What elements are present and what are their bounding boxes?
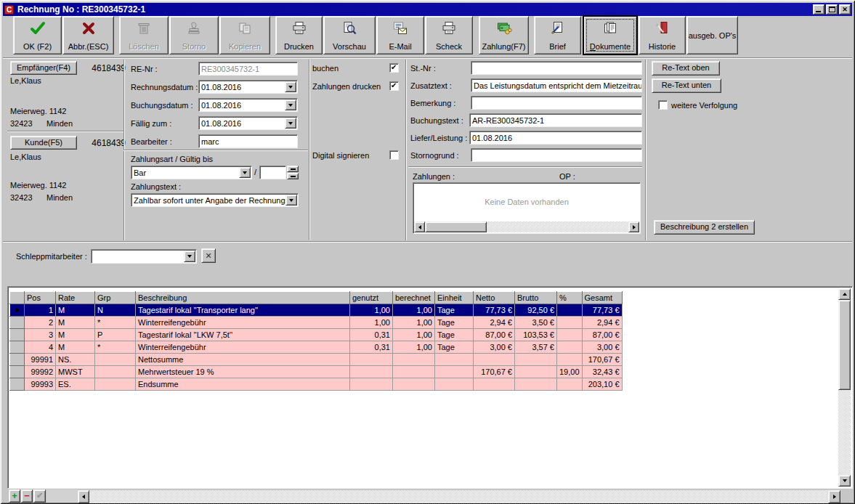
spinner-up-icon[interactable] [287,166,299,172]
table-vertical-scrollbar[interactable] [838,288,851,487]
cell-rate[interactable]: M [56,317,95,329]
cell-beschreibung[interactable]: Tagestarif lokal ''LKW 7,5t'' [136,329,350,341]
cell-pos[interactable]: 99993 [25,378,56,391]
cell-grp[interactable]: * [95,341,136,354]
delete-row-button[interactable]: − [21,489,33,503]
cell-einheit[interactable]: Tage [435,341,474,354]
table-row[interactable]: 99991NS.Nettosumme170,67 € [10,354,623,366]
cell-pct[interactable] [557,341,583,354]
cell-pos[interactable]: 2 [25,317,56,329]
cell-rate[interactable]: ES. [56,378,95,391]
chevron-down-icon[interactable] [184,251,195,262]
cell-brutto[interactable]: 3,50 € [515,317,557,329]
cell-grp[interactable] [95,366,136,378]
row-selector[interactable] [10,341,25,354]
scrollbar-thumb[interactable] [838,300,851,390]
cell-netto[interactable]: 77,73 € [474,304,515,317]
cell-pos[interactable]: 99992 [25,366,56,378]
cell-pos[interactable]: 4 [25,341,56,354]
liefer-leistung-field[interactable]: 01.08.2016 [469,131,642,145]
cell-gesamt[interactable]: 3,00 € [582,341,622,354]
cell-brutto[interactable]: 3,57 € [515,341,557,354]
cell-gesamt[interactable]: 77,73 € [582,304,622,317]
table-row[interactable]: 2M*Winterreifengebühr1,001,00Tage2,94 €3… [10,317,623,329]
cell-beschreibung[interactable]: Tagestarif lokal ''Transporter lang'' [136,304,350,317]
rechnungsdatum-combo[interactable]: 01.08.2016 [198,80,298,94]
cell-grp[interactable]: * [95,317,136,329]
scroll-left-icon[interactable] [78,490,89,503]
cell-rate[interactable]: MWST [56,366,95,378]
cell-einheit[interactable] [435,354,474,366]
cell-brutto[interactable] [515,378,557,391]
table-row[interactable]: 1MNTagestarif lokal ''Transporter lang''… [10,304,623,317]
cell-brutto[interactable]: 103,53 € [515,329,557,341]
cell-berechnet[interactable]: 1,00 [393,341,435,354]
scroll-left-icon[interactable] [414,221,425,232]
bemerkung-field[interactable] [471,96,642,110]
st-nr-field[interactable] [471,61,642,75]
toolbar-button-vorschau[interactable]: Vorschau [323,16,376,54]
payments-scrollbar[interactable] [414,221,639,232]
weitere-verfolgung-checkbox[interactable] [658,100,668,110]
cell-beschreibung[interactable]: Mehrwertsteuer 19 % [136,366,350,378]
re-text-oben-button[interactable]: Re-Text oben [652,61,720,76]
cell-rate[interactable]: NS. [56,354,95,366]
empfaenger-button[interactable]: Empfänger(F4) [10,61,77,75]
cell-genutzt[interactable]: 1,00 [350,304,393,317]
cell-netto[interactable]: 87,00 € [474,329,515,341]
cell-beschreibung[interactable]: Winterreifengebühr [136,317,350,329]
cell-pct[interactable] [557,378,583,391]
scrollbar-thumb[interactable] [425,221,487,232]
chevron-down-icon[interactable] [285,99,296,110]
cell-netto[interactable] [474,378,515,391]
scroll-down-icon[interactable] [838,475,851,487]
cell-genutzt[interactable] [350,366,393,378]
cell-rate[interactable]: M [56,329,95,341]
cell-pct[interactable] [557,354,583,366]
stornogrund-field[interactable] [471,148,642,162]
cell-pct[interactable] [557,304,583,317]
cell-rate[interactable]: M [56,341,95,354]
cell-einheit[interactable]: Tage [435,304,474,317]
cell-gesamt[interactable]: 2,94 € [582,317,622,329]
cell-pct[interactable]: 19,00 [557,366,583,378]
scroll-up-icon[interactable] [838,288,851,300]
cell-berechnet[interactable] [393,354,435,366]
cell-netto[interactable] [474,354,515,366]
cell-rate[interactable]: M [56,304,95,317]
toolbar-button-ausgeb-ops[interactable]: ausgeb. OP's [686,16,738,54]
table-horizontal-scrollbar[interactable] [78,490,840,503]
cell-genutzt[interactable] [350,354,393,366]
buchen-checkbox[interactable] [389,63,399,73]
kunde-button[interactable]: Kunde(F5) [10,136,77,150]
cell-netto[interactable]: 2,94 € [474,317,515,329]
cell-brutto[interactable]: 92,50 € [515,304,557,317]
cell-berechnet[interactable]: 1,00 [393,329,435,341]
gueltig-bis-field[interactable] [259,166,286,179]
chevron-down-icon[interactable] [239,167,251,178]
toolbar-button-brief[interactable]: Brief [534,16,581,54]
cell-berechnet[interactable]: 1,00 [393,304,435,317]
scroll-right-icon[interactable] [628,221,639,232]
cell-pct[interactable] [557,317,583,329]
cell-gesamt[interactable]: 203,10 € [582,378,622,391]
cell-pos[interactable]: 1 [25,304,56,317]
toolbar-button-historie[interactable]: Historie [639,16,686,54]
toolbar-button-abbrechen[interactable]: Abbr.(ESC) [62,16,114,54]
gueltig-bis-spinner[interactable] [287,166,299,179]
toolbar-button-ok[interactable]: OK (F2) [13,16,62,54]
cell-grp[interactable] [95,378,136,391]
chevron-down-icon[interactable] [285,118,296,129]
row-selector[interactable] [10,304,25,317]
cell-gesamt[interactable]: 87,00 € [582,329,622,341]
cell-genutzt[interactable]: 0,31 [350,329,393,341]
cell-grp[interactable]: N [95,304,136,317]
maximize-button[interactable] [826,4,838,15]
toolbar-button-zahlung[interactable]: Zahlung(F7) [479,16,529,54]
table-row[interactable]: 4M*Winterreifengebühr0,311,00Tage3,00 €3… [10,341,623,354]
spinner-down-icon[interactable] [287,173,299,179]
cell-brutto[interactable] [515,366,557,378]
toolbar-button-scheck[interactable]: Scheck [425,16,473,54]
re-nr-field[interactable]: RE300345732-1 [198,62,298,76]
cell-genutzt[interactable]: 0,31 [350,341,393,354]
